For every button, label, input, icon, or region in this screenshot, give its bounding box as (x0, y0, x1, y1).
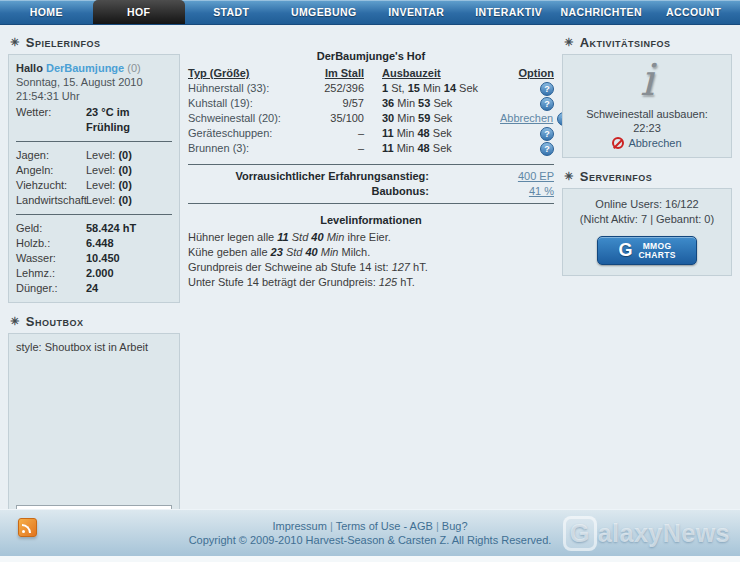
player-info-panel: Hallo DerBaumjunge (0) Sonntag, 15. Augu… (8, 54, 180, 303)
activity-cancel-label: Abbrechen (628, 137, 681, 149)
skill-row: Angeln:Level: (0) (16, 163, 172, 178)
weather-label: Wetter: (16, 105, 86, 135)
aktivitaetsinfos-title: Aktivitätsinfos (580, 35, 671, 50)
server-panel: Online Users: 16/122 (Nicht Aktiv: 7 | G… (562, 188, 732, 276)
level-info-line: Hühner legen alle 11 Std 40 Min ihre Eie… (188, 230, 554, 245)
footer-link[interactable]: Terms of Use - AGB (336, 520, 433, 532)
stable-stock: 35/100 (310, 111, 370, 126)
spielerinfos-title: Spielerinfos (26, 35, 101, 50)
col-header-option[interactable]: Option (500, 66, 554, 81)
help-icon[interactable]: ? (540, 142, 554, 156)
section-gear-icon: ✳ (564, 36, 574, 49)
activity-countdown: 22:23 (570, 121, 724, 135)
farm-table-row: Geräteschuppen:–11 Min 48 Sek? (188, 126, 554, 141)
center-column: DerBaumjunge's Hof Typ (Größe) Im Stall … (188, 50, 554, 290)
help-icon[interactable]: ? (540, 82, 554, 96)
ep-link[interactable]: 400 EP (499, 169, 554, 184)
serverinfos-header: ✳ Serverinfos (562, 164, 732, 188)
farm-table-header: Typ (Größe) Im Stall Ausbauzeit Option (188, 66, 554, 81)
nav-tab-interaktiv[interactable]: INTERAKTIV (463, 0, 556, 24)
stable-stock: – (310, 126, 370, 141)
nav-tab-inventar[interactable]: INVENTAR (370, 0, 463, 24)
spielerinfos-header: ✳ Spielerinfos (8, 30, 180, 54)
skill-row: Viehzucht:Level: (0) (16, 178, 172, 193)
nav-tab-hof[interactable]: HOF (93, 0, 186, 24)
resource-row: Dünger.:24 (16, 281, 172, 296)
footer: Impressum | Terms of Use - AGB | Bug? Co… (0, 509, 740, 557)
section-gear-icon: ✳ (10, 315, 20, 328)
col-header-type[interactable]: Typ (Größe) (188, 66, 310, 81)
online-users: Online Users: 16/122 (567, 197, 727, 212)
left-column: ✳ Spielerinfos Hallo DerBaumjunge (0) So… (8, 30, 180, 552)
baubonus-link[interactable]: 41 % (499, 184, 554, 199)
stable-cancel-link[interactable]: Abbrechen (500, 112, 553, 124)
mmog-charts-button[interactable]: G MMOG CHARTS (597, 236, 697, 265)
level-info-line: Grundpreis der Schweine ab Stufe 14 ist:… (188, 260, 554, 275)
nav-tab-nachrichten[interactable]: NACHRICHTEN (555, 0, 648, 24)
greeting: Hallo DerBaumjunge (0) (16, 61, 172, 75)
username-link[interactable]: DerBaumjunge (46, 62, 124, 74)
farm-table-row: Brunnen (3):–11 Min 48 Sek? (188, 141, 554, 156)
stable-time: 30 Min 59 Sek (370, 111, 500, 126)
skill-row: LandwirtschaftLevel: (0) (16, 193, 172, 208)
baubonus-label: Baubonus: (188, 184, 499, 199)
info-icon: i (570, 57, 724, 103)
skill-row: Jagen:Level: (0) (16, 148, 172, 163)
nav-tab-umgebung[interactable]: UMGEBUNG (278, 0, 371, 24)
level-info-line: Unter Stufe 14 beträgt der Grundpreis: 1… (188, 275, 554, 290)
resource-row: Lehmz.:2.000 (16, 266, 172, 281)
cancel-prohibition-icon (612, 137, 624, 149)
stable-options: ? (500, 96, 554, 111)
serverinfos-title: Serverinfos (580, 169, 653, 184)
levelinfo-title: Levelinformationen (188, 214, 554, 226)
help-icon[interactable]: ? (540, 127, 554, 141)
weather-row: Wetter: 23 °C im Frühling (16, 105, 172, 135)
weather-value: 23 °C im Frühling (86, 105, 172, 135)
page: HOMEHOFSTADTUMGEBUNGINVENTARINTERAKTIVNA… (0, 0, 740, 562)
shoutbox-message: style: Shoutbox ist in Arbeit (16, 340, 172, 505)
resources-list: Geld:58.424 hTHolzb.:6.448Wasser:10.450L… (16, 221, 172, 296)
datetime: Sonntag, 15. August 2010 21:54:31 Uhr (16, 75, 172, 103)
stable-stock: 9/57 (310, 96, 370, 111)
stable-time: 36 Min 53 Sek (370, 96, 500, 111)
galaxynews-logo-text: alaxyNews (598, 519, 730, 547)
stable-name: Geräteschuppen: (188, 126, 310, 141)
mmog-g-icon: G (618, 240, 632, 261)
stable-options: ? (500, 126, 554, 141)
farm-table-row: Schweinestall (20):35/10030 Min 59 SekAb… (188, 111, 554, 126)
nav-tab-account[interactable]: ACCOUNT (648, 0, 740, 24)
levelinfo-lines: Hühner legen alle 11 Std 40 Min ihre Eie… (188, 230, 554, 290)
online-users-detail: (Nicht Aktiv: 7 | Gebannt: 0) (567, 212, 727, 227)
main-nav: HOMEHOFSTADTUMGEBUNGINVENTARINTERAKTIVNA… (0, 0, 740, 25)
section-gear-icon: ✳ (10, 36, 20, 49)
stable-time: 1 St, 15 Min 14 Sek (370, 81, 500, 96)
greeting-prefix: Hallo (16, 62, 43, 74)
ep-label: Vorrausichtlicher Erfahrungsanstieg: (188, 169, 499, 184)
col-header-time[interactable]: Ausbauzeit (370, 66, 500, 81)
nav-tab-home[interactable]: HOME (0, 0, 93, 24)
activity-task: Schweinestall ausbauen: (570, 107, 724, 121)
farm-table-row: Kuhstall (19):9/5736 Min 53 Sek? (188, 96, 554, 111)
footer-link[interactable]: Impressum (272, 520, 326, 532)
divider (16, 141, 172, 142)
username-suffix: (0) (127, 62, 140, 74)
aktivitaetsinfos-header: ✳ Aktivitätsinfos (562, 30, 732, 54)
resource-row: Geld:58.424 hT (16, 221, 172, 236)
divider (16, 214, 172, 215)
col-header-stock[interactable]: Im Stall (310, 66, 370, 81)
stable-options: ? (500, 81, 554, 96)
summary-row-ep: Vorrausichtlicher Erfahrungsanstieg: 400… (188, 169, 554, 184)
shoutbox-title: Shoutbox (26, 314, 84, 329)
activity-cancel-link[interactable]: Abbrechen (612, 137, 681, 149)
galaxynews-logo[interactable]: GalaxyNews (563, 516, 730, 551)
farm-table-row: Hühnerstall (33):252/3961 St, 15 Min 14 … (188, 81, 554, 96)
nav-tab-stadt[interactable]: STADT (185, 0, 278, 24)
stable-time: 11 Min 48 Sek (370, 126, 500, 141)
footer-link[interactable]: Bug? (442, 520, 468, 532)
stable-time: 11 Min 48 Sek (370, 141, 500, 156)
right-column: ✳ Aktivitätsinfos i Schweinestall ausbau… (562, 30, 732, 276)
section-gear-icon: ✳ (564, 170, 574, 183)
skills-list: Jagen:Level: (0)Angeln:Level: (0)Viehzuc… (16, 148, 172, 208)
galaxynews-g-icon: G (563, 516, 597, 551)
help-icon[interactable]: ? (540, 97, 554, 111)
